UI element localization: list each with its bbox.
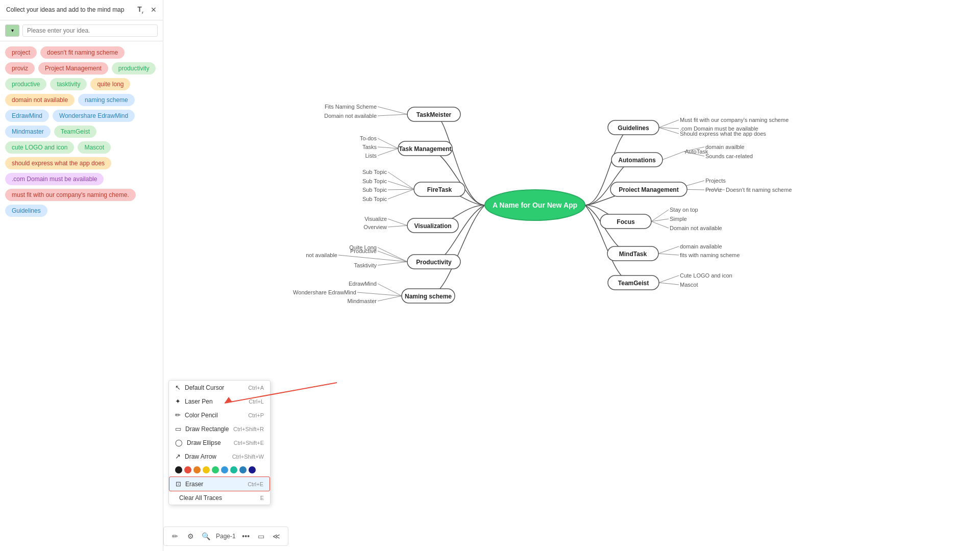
svg-text:Sub Topic: Sub Topic: [362, 169, 387, 175]
more-options-button[interactable]: •••: [239, 529, 253, 543]
svg-line-65: [659, 283, 679, 285]
color-blue[interactable]: [239, 466, 247, 473]
svg-line-6: [378, 148, 398, 156]
idea-input[interactable]: [22, 24, 158, 37]
color-orange[interactable]: [193, 466, 201, 473]
svg-line-25: [378, 262, 407, 265]
text-format-icon[interactable]: Tr: [137, 5, 143, 15]
tag-item[interactable]: doesn't fit naming scheme: [40, 46, 125, 59]
tag-item[interactable]: .com Domain must be available: [5, 173, 104, 185]
color-teal[interactable]: [230, 466, 237, 473]
menu-item-clear-traces[interactable]: Clear All Traces E: [169, 491, 270, 505]
svg-text:Wondershare EdrawMind: Wondershare EdrawMind: [293, 289, 356, 295]
rect-icon: ▭: [175, 425, 181, 433]
zoom-button[interactable]: 🔍: [199, 529, 213, 543]
tag-item[interactable]: TeamGeist: [54, 126, 96, 138]
svg-text:Simple: Simple: [670, 216, 687, 222]
shortcut-laser-pen: Ctrl+L: [249, 398, 264, 405]
svg-text:TaskMeister: TaskMeister: [416, 111, 452, 118]
svg-line-61: [658, 254, 679, 255]
svg-text:FireTask: FireTask: [427, 186, 452, 193]
tag-item[interactable]: should express what the app does: [5, 157, 111, 169]
svg-text:Automations: Automations: [618, 157, 656, 164]
svg-text:Stay on top: Stay on top: [670, 207, 698, 213]
panel-title: Collect your ideas and add to the mind m…: [6, 6, 137, 13]
tag-item[interactable]: Mascot: [78, 141, 111, 154]
context-menu: ↖ Default Cursor Ctrl+A ✦ Laser Pen Ctrl…: [168, 380, 271, 505]
tag-item[interactable]: domain not available: [5, 94, 75, 106]
menu-label-draw-arrow: Draw Arrow: [185, 453, 216, 460]
settings-button[interactable]: ⚙: [183, 529, 198, 543]
menu-label-draw-rectangle: Draw Rectangle: [185, 425, 229, 433]
tag-item[interactable]: quite long: [90, 78, 130, 90]
svg-text:domain availble: domain availble: [705, 144, 744, 150]
shortcut-draw-ellipse: Ctrl+Shift+E: [234, 440, 264, 446]
svg-text:Domain not available: Domain not available: [670, 225, 722, 231]
svg-line-0: [378, 107, 407, 114]
tag-item[interactable]: project: [5, 46, 37, 59]
menu-item-laser-pen[interactable]: ✦ Laser Pen Ctrl+L: [169, 394, 270, 408]
mindmap-svg: Fits Naming Scheme Domain not available …: [163, 0, 980, 551]
svg-text:Guidelines: Guidelines: [618, 124, 649, 132]
svg-line-10: [388, 172, 414, 189]
menu-label-default-cursor: Default Cursor: [185, 384, 224, 391]
svg-text:Lists: Lists: [365, 153, 377, 159]
color-black[interactable]: [175, 466, 182, 473]
page-label: Page-1: [214, 533, 238, 540]
svg-text:fits with naming scheme: fits with naming scheme: [680, 252, 740, 258]
tag-item[interactable]: productive: [5, 78, 46, 90]
tag-item[interactable]: Wondershare EdrawMind: [53, 110, 135, 122]
shortcut-color-pencil: Ctrl+P: [248, 412, 264, 418]
tag-item[interactable]: Guidelines: [5, 205, 47, 217]
menu-item-default-cursor[interactable]: ↖ Default Cursor Ctrl+A: [169, 381, 270, 394]
svg-line-22: [378, 247, 407, 262]
bottom-toolbar: ✏ ⚙ 🔍 Page-1 ••• ▭ ≪: [163, 527, 288, 546]
tag-item[interactable]: proviz: [5, 62, 35, 74]
panel-header: Collect your ideas and add to the mind m…: [0, 0, 163, 20]
tag-color-swatch[interactable]: ▾: [5, 24, 19, 37]
pencil-icon: ✏: [175, 411, 181, 419]
color-yellow[interactable]: [203, 466, 210, 473]
menu-item-draw-arrow[interactable]: ↗ Draw Arrow Ctrl+Shift+W: [169, 449, 270, 463]
frame-button[interactable]: ▭: [254, 529, 268, 543]
menu-item-draw-rectangle[interactable]: ▭ Draw Rectangle Ctrl+Shift+R: [169, 422, 270, 436]
svg-text:Visualization: Visualization: [414, 222, 451, 230]
close-panel-icon[interactable]: ✕: [151, 6, 157, 14]
svg-text:Sub Topic: Sub Topic: [362, 196, 387, 202]
svg-text:Fits Naming Scheme: Fits Naming Scheme: [325, 104, 377, 110]
color-dark-blue[interactable]: [249, 466, 256, 473]
svg-text:Tasks: Tasks: [362, 144, 377, 150]
input-row: ▾: [0, 20, 163, 41]
svg-text:Overview: Overview: [363, 224, 387, 230]
svg-text:Mindmaster: Mindmaster: [348, 298, 377, 304]
shortcut-draw-arrow: Ctrl+Shift+W: [232, 454, 264, 460]
pen-tool-button[interactable]: ✏: [168, 529, 182, 543]
svg-line-19: [388, 226, 407, 227]
color-green[interactable]: [212, 466, 219, 473]
svg-text:A Name for Our New App: A Name for Our New App: [493, 201, 577, 209]
laser-icon: ✦: [175, 397, 181, 405]
tag-item[interactable]: naming scheme: [78, 94, 135, 106]
menu-item-color-pencil[interactable]: ✏ Color Pencil Ctrl+P: [169, 408, 270, 422]
tag-item[interactable]: Project Management: [38, 62, 108, 74]
menu-item-eraser[interactable]: ⊡ Eraser Ctrl+E: [169, 477, 270, 491]
svg-text:Cute LOGO and icon: Cute LOGO and icon: [680, 272, 732, 279]
svg-line-60: [658, 246, 679, 254]
tag-item[interactable]: tasktivity: [50, 78, 87, 90]
tag-item[interactable]: Mindmaster: [5, 126, 51, 138]
collapse-button[interactable]: ≪: [270, 529, 284, 543]
color-light-blue[interactable]: [221, 466, 228, 473]
tag-item[interactable]: cute LOGO and icon: [5, 141, 74, 154]
tag-item[interactable]: must fit with our company's naming cheme…: [5, 189, 136, 201]
menu-item-draw-ellipse[interactable]: ◯ Draw Ellipse Ctrl+Shift+E: [169, 436, 270, 449]
svg-text:Visualize: Visualize: [364, 216, 387, 222]
tag-item[interactable]: EdrawMind: [5, 110, 49, 122]
svg-line-32: [378, 296, 402, 301]
tag-item[interactable]: productivity: [112, 62, 156, 74]
panel-header-icons: Tr ✕: [137, 5, 157, 15]
svg-text:domain available: domain available: [680, 243, 722, 249]
color-red[interactable]: [184, 466, 191, 473]
menu-label-color-pencil: Color Pencil: [185, 412, 218, 419]
main-canvas: Fits Naming Scheme Domain not available …: [163, 0, 980, 551]
svg-text:Domain not available: Domain not available: [324, 113, 377, 119]
